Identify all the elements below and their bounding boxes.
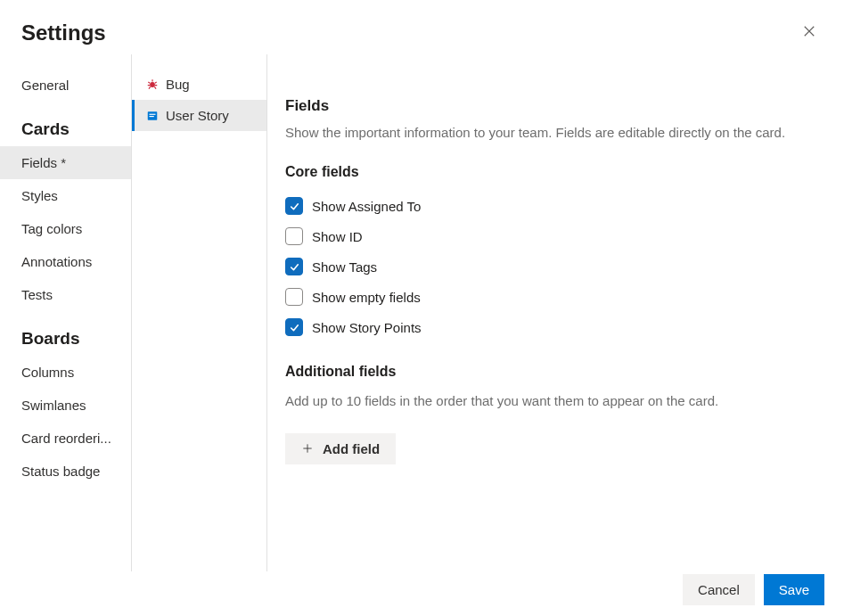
- user-story-icon: [146, 110, 159, 122]
- fields-description: Show the important information to your t…: [285, 122, 823, 143]
- nav-general[interactable]: General: [0, 69, 131, 102]
- fields-heading: Fields: [285, 97, 823, 115]
- nav-group-cards: Cards: [0, 102, 131, 146]
- checkbox[interactable]: [285, 288, 303, 306]
- svg-point-0: [150, 82, 155, 87]
- wit-bug[interactable]: Bug: [132, 69, 266, 100]
- checkbox-label: Show Story Points: [312, 320, 422, 335]
- core-field-row[interactable]: Show Story Points: [285, 312, 823, 342]
- nav-columns[interactable]: Columns: [0, 356, 131, 389]
- cancel-button[interactable]: Cancel: [683, 574, 755, 605]
- nav-tests[interactable]: Tests: [0, 278, 131, 311]
- page-title: Settings: [21, 21, 106, 45]
- core-field-row[interactable]: Show empty fields: [285, 282, 823, 312]
- wit-user-story[interactable]: User Story: [132, 100, 266, 131]
- wit-label: User Story: [166, 108, 229, 123]
- checkbox[interactable]: [285, 258, 303, 275]
- core-fields-list: Show Assigned ToShow IDShow TagsShow emp…: [285, 191, 823, 342]
- core-field-row[interactable]: Show ID: [285, 221, 823, 251]
- add-field-button[interactable]: Add field: [285, 433, 396, 464]
- work-item-type-list: Bug User Story: [132, 54, 267, 571]
- core-field-row[interactable]: Show Assigned To: [285, 191, 823, 221]
- nav-status-badge[interactable]: Status badge: [0, 455, 131, 488]
- nav-annotations[interactable]: Annotations: [0, 245, 131, 278]
- checkbox-label: Show ID: [312, 229, 363, 244]
- add-field-label: Add field: [323, 441, 380, 456]
- additional-fields-heading: Additional fields: [285, 364, 823, 380]
- main-panel: Fields Show the important information to…: [267, 54, 844, 571]
- checkbox[interactable]: [285, 318, 303, 336]
- checkbox[interactable]: [285, 197, 303, 215]
- checkbox-label: Show Assigned To: [312, 199, 421, 214]
- svg-rect-2: [150, 113, 156, 114]
- nav-swimlanes[interactable]: Swimlanes: [0, 389, 131, 422]
- wit-label: Bug: [166, 77, 190, 92]
- plus-icon: [301, 442, 314, 455]
- nav-tag-colors[interactable]: Tag colors: [0, 212, 131, 245]
- core-fields-heading: Core fields: [285, 164, 823, 180]
- checkbox-label: Show empty fields: [312, 290, 421, 305]
- close-icon: [801, 23, 817, 42]
- core-field-row[interactable]: Show Tags: [285, 251, 823, 282]
- checkbox[interactable]: [285, 227, 303, 245]
- save-button[interactable]: Save: [764, 574, 824, 605]
- nav-card-reordering[interactable]: Card reorderi...: [0, 422, 131, 455]
- close-button[interactable]: [796, 18, 823, 47]
- nav-group-boards: Boards: [0, 311, 131, 356]
- settings-nav: General Cards Fields * Styles Tag colors…: [0, 54, 132, 571]
- nav-styles[interactable]: Styles: [0, 179, 131, 212]
- nav-fields[interactable]: Fields *: [0, 146, 131, 179]
- svg-rect-3: [150, 116, 154, 117]
- additional-fields-description: Add up to 10 fields in the order that yo…: [285, 390, 823, 411]
- checkbox-label: Show Tags: [312, 259, 377, 275]
- bug-icon: [146, 78, 159, 91]
